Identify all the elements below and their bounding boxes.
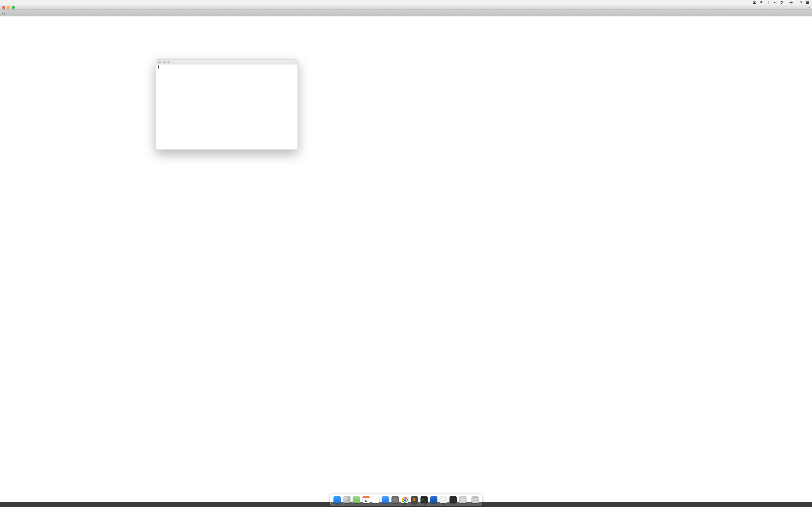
svg-rect-5 — [793, 2, 793, 3]
generic-app-icon[interactable] — [450, 496, 457, 503]
dock-app-calendar[interactable]: 31 — [362, 496, 370, 505]
sublime-titlebar[interactable] — [0, 5, 812, 10]
system-preferences-icon[interactable] — [392, 496, 399, 503]
dock-app-generic-app[interactable] — [449, 496, 457, 505]
tab-overflow-icon[interactable] — [808, 7, 810, 8]
dock-divider — [469, 496, 469, 503]
macos-menubar — [0, 0, 812, 5]
notification-center-icon[interactable] — [759, 1, 763, 5]
menu-extras-icon[interactable] — [806, 1, 810, 5]
terminal-window[interactable] — [156, 59, 298, 150]
minimize-window-button[interactable] — [7, 6, 10, 9]
dock-app-iterm[interactable] — [420, 496, 428, 505]
tab-history-back-icon[interactable] — [2, 12, 3, 15]
running-indicator-icon — [414, 504, 415, 505]
launchpad-icon[interactable] — [343, 496, 350, 503]
code-content[interactable] — [9, 16, 812, 502]
running-indicator-icon — [404, 504, 405, 505]
svg-point-6 — [800, 1, 802, 3]
dock-app-maps[interactable] — [352, 496, 361, 505]
close-window-button[interactable] — [158, 61, 161, 63]
dock-app-simulator[interactable] — [459, 496, 467, 505]
iterm-icon[interactable] — [420, 496, 428, 503]
simulator-icon[interactable] — [459, 496, 466, 503]
dock-app-system-preferences[interactable] — [391, 496, 399, 505]
xquartz-icon[interactable] — [440, 496, 447, 503]
dock-app-chrome[interactable] — [401, 496, 409, 505]
trash-icon[interactable] — [471, 496, 479, 503]
editor-area[interactable] — [0, 16, 812, 502]
dock: 31 — [331, 495, 482, 506]
volume-icon[interactable] — [773, 1, 777, 5]
tab-history-forward-icon[interactable] — [4, 12, 6, 15]
finder-icon[interactable] — [334, 496, 341, 503]
battery-icon[interactable] — [789, 1, 793, 5]
svg-point-1 — [754, 2, 755, 3]
running-indicator-icon — [337, 504, 338, 505]
dock-app-notes[interactable] — [372, 496, 380, 505]
screenrec-icon[interactable] — [753, 1, 756, 5]
close-window-button[interactable] — [2, 6, 5, 9]
tab-bar — [0, 10, 812, 16]
chrome-icon[interactable] — [401, 496, 408, 503]
dock-app-finder[interactable] — [333, 496, 341, 505]
line-number-gutter — [0, 16, 9, 502]
dock-app-mail[interactable] — [382, 496, 390, 505]
virtualbox-icon[interactable] — [430, 496, 438, 503]
calendar-icon[interactable]: 31 — [362, 496, 370, 503]
sublime-text-icon[interactable] — [411, 496, 418, 503]
bluetooth-icon[interactable] — [766, 1, 770, 5]
terminal-titlebar[interactable] — [156, 60, 298, 64]
notes-icon[interactable] — [372, 496, 379, 503]
svg-point-2 — [781, 3, 782, 4]
terminal-body[interactable] — [156, 64, 298, 150]
zoom-window-button[interactable] — [12, 6, 15, 9]
spotlight-icon[interactable] — [799, 1, 803, 5]
running-indicator-icon — [443, 504, 444, 505]
running-indicator-icon — [424, 504, 424, 505]
sublime-window — [0, 5, 812, 507]
dock-app-virtualbox[interactable] — [430, 496, 438, 505]
zoom-window-button[interactable] — [167, 61, 170, 63]
mail-icon[interactable] — [382, 496, 389, 503]
maps-icon[interactable] — [353, 496, 360, 503]
dock-app-trash[interactable] — [471, 496, 479, 505]
calendar-day: 31 — [365, 500, 367, 502]
dock-app-launchpad[interactable] — [343, 496, 351, 505]
wifi-icon[interactable] — [779, 1, 783, 5]
dock-app-xquartz[interactable] — [439, 496, 448, 505]
dock-app-sublime-text[interactable] — [410, 496, 418, 505]
running-indicator-icon — [453, 504, 454, 505]
minimize-window-button[interactable] — [163, 61, 165, 63]
